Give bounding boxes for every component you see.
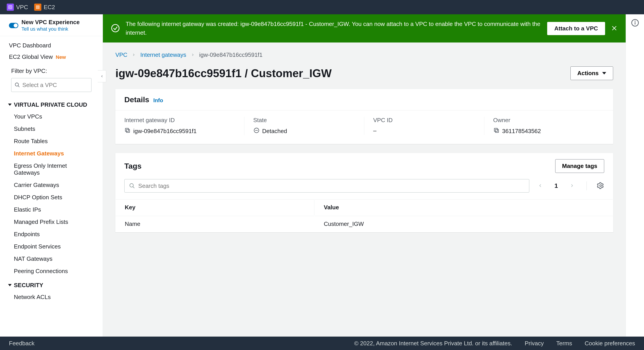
- section-header-security[interactable]: SECURITY: [0, 277, 103, 291]
- svg-rect-9: [126, 129, 130, 132]
- page-header: igw-09e847b16cc9591f1 / Customer_IGW Act…: [116, 66, 613, 80]
- ec2-service-icon: [34, 4, 41, 11]
- col-header-key[interactable]: Key: [116, 199, 314, 215]
- details-title: Details: [124, 95, 149, 104]
- section-header-vpc[interactable]: VIRTUAL PRIVATE CLOUD: [0, 97, 103, 110]
- tags-table: Key Value Name Customer_IGW: [116, 199, 613, 232]
- tags-search-input[interactable]: [138, 182, 524, 190]
- help-panel: [626, 14, 644, 336]
- sidebar-item-dhcp-option-sets[interactable]: DHCP Option Sets: [0, 191, 103, 204]
- breadcrumb-internet-gateways[interactable]: Internet gateways: [140, 52, 186, 58]
- page-title: igw-09e847b16cc9591f1 / Customer_IGW: [116, 67, 332, 80]
- copy-icon[interactable]: [124, 127, 130, 135]
- sidebar-item-your-vpcs[interactable]: Your VPCs: [0, 110, 103, 123]
- nav-service-vpc[interactable]: VPC: [7, 4, 28, 11]
- copy-icon[interactable]: [493, 127, 500, 135]
- igw-id-value: igw-09e847b16cc9591f1: [133, 128, 196, 135]
- svg-rect-0: [9, 6, 12, 9]
- chevron-right-icon: [191, 52, 195, 58]
- svg-point-17: [600, 185, 602, 186]
- sidebar-item-global-view[interactable]: EC2 Global View New: [0, 51, 103, 62]
- tags-search[interactable]: [124, 179, 529, 192]
- sidebar-item-route-tables[interactable]: Route Tables: [0, 135, 103, 148]
- footer-privacy[interactable]: Privacy: [525, 340, 544, 347]
- svg-point-15: [130, 184, 133, 187]
- owner-label: Owner: [493, 117, 596, 124]
- footer: Feedback © 2022, Amazon Internet Service…: [0, 336, 644, 350]
- caret-down-icon: [602, 72, 606, 74]
- footer-feedback[interactable]: Feedback: [9, 340, 34, 347]
- sidebar-item-endpoint-services[interactable]: Endpoint Services: [0, 240, 103, 253]
- pager-page: 1: [551, 182, 561, 190]
- svg-rect-10: [126, 128, 128, 132]
- tags-panel: Tags Manage tags 1: [116, 153, 613, 232]
- filter-vpc-input[interactable]: [22, 82, 88, 88]
- svg-rect-2: [36, 6, 39, 9]
- footer-copyright: © 2022, Amazon Internet Services Private…: [354, 340, 512, 347]
- sidebar-item-internet-gateways[interactable]: Internet Gateways: [0, 148, 103, 160]
- nav-service-ec2[interactable]: EC2: [34, 4, 55, 11]
- feedback-link[interactable]: Tell us what you think: [22, 26, 80, 32]
- vpc-service-icon: [7, 4, 14, 11]
- detached-state-icon: [253, 127, 260, 135]
- page-content: VPC Internet gateways igw-09e847b16cc959…: [103, 42, 626, 336]
- pager-prev-button[interactable]: [536, 181, 544, 190]
- sidebar-item-carrier-gateways[interactable]: Carrier Gateways: [0, 179, 103, 191]
- state-label: State: [253, 117, 355, 124]
- banner-text: The following internet gateway was creat…: [126, 20, 541, 37]
- sidebar-item-peering-connections[interactable]: Peering Connections: [0, 265, 103, 277]
- breadcrumb-current: igw-09e847b16cc9591f1: [199, 52, 262, 58]
- main-area: The following internet gateway was creat…: [103, 14, 644, 336]
- search-icon: [14, 82, 20, 88]
- actions-label: Actions: [577, 70, 598, 77]
- svg-point-1: [10, 6, 11, 8]
- new-experience-title: New VPC Experience: [22, 19, 80, 26]
- tag-value-cell: Customer_IGW: [315, 216, 613, 232]
- details-info-link[interactable]: Info: [154, 97, 163, 104]
- sidebar-collapse-handle[interactable]: [98, 70, 106, 82]
- close-icon: [611, 25, 618, 32]
- breadcrumb: VPC Internet gateways igw-09e847b16cc959…: [116, 52, 613, 58]
- chevron-left-icon: [100, 74, 104, 78]
- col-header-value[interactable]: Value: [315, 199, 613, 215]
- new-experience-toggle-row: New VPC Experience Tell us what you thin…: [0, 14, 103, 36]
- vpc-id-label: VPC ID: [373, 117, 475, 124]
- sidebar-item-elastic-ips[interactable]: Elastic IPs: [0, 204, 103, 216]
- breadcrumb-vpc[interactable]: VPC: [116, 52, 127, 58]
- pager-next-button[interactable]: [568, 181, 576, 190]
- sidebar-item-egress-only[interactable]: Egress Only Internet Gateways: [0, 160, 103, 179]
- filter-vpc-search[interactable]: [11, 78, 92, 92]
- table-settings-button[interactable]: [597, 182, 604, 190]
- section-security-label: SECURITY: [14, 282, 43, 289]
- manage-tags-button[interactable]: Manage tags: [555, 159, 604, 173]
- filter-by-vpc-label: Filter by VPC:: [0, 62, 103, 77]
- actions-button[interactable]: Actions: [570, 66, 613, 80]
- sidebar-item-nat-gateways[interactable]: NAT Gateways: [0, 253, 103, 265]
- caret-down-icon: [8, 284, 12, 286]
- success-check-icon: [111, 24, 120, 33]
- tag-key-cell: Name: [116, 216, 314, 232]
- caret-down-icon: [8, 104, 12, 106]
- footer-terms[interactable]: Terms: [556, 340, 572, 347]
- footer-cookies[interactable]: Cookie preferences: [585, 340, 635, 347]
- svg-rect-14: [494, 128, 497, 132]
- sidebar-item-endpoints[interactable]: Endpoints: [0, 228, 103, 240]
- new-experience-toggle[interactable]: [9, 23, 18, 28]
- global-view-label: EC2 Global View: [9, 54, 53, 60]
- sidebar-item-managed-prefix-lists[interactable]: Managed Prefix Lists: [0, 216, 103, 228]
- table-header-row: Key Value: [116, 199, 613, 215]
- divider: [586, 181, 587, 190]
- sidebar-item-dashboard[interactable]: VPC Dashboard: [0, 36, 103, 51]
- sidebar-item-network-acls[interactable]: Network ACLs: [0, 291, 103, 303]
- svg-rect-3: [37, 6, 39, 8]
- state-value: Detached: [262, 128, 287, 135]
- banner-close-button[interactable]: [611, 25, 618, 32]
- info-icon[interactable]: [631, 19, 639, 336]
- table-row: Name Customer_IGW: [116, 216, 613, 232]
- section-vpc-label: VIRTUAL PRIVATE CLOUD: [14, 101, 87, 108]
- sidebar: New VPC Experience Tell us what you thin…: [0, 14, 103, 336]
- sidebar-item-subnets[interactable]: Subnets: [0, 123, 103, 135]
- svg-point-4: [15, 83, 18, 86]
- attach-to-vpc-button[interactable]: Attach to a VPC: [547, 22, 605, 35]
- new-badge: New: [56, 54, 66, 60]
